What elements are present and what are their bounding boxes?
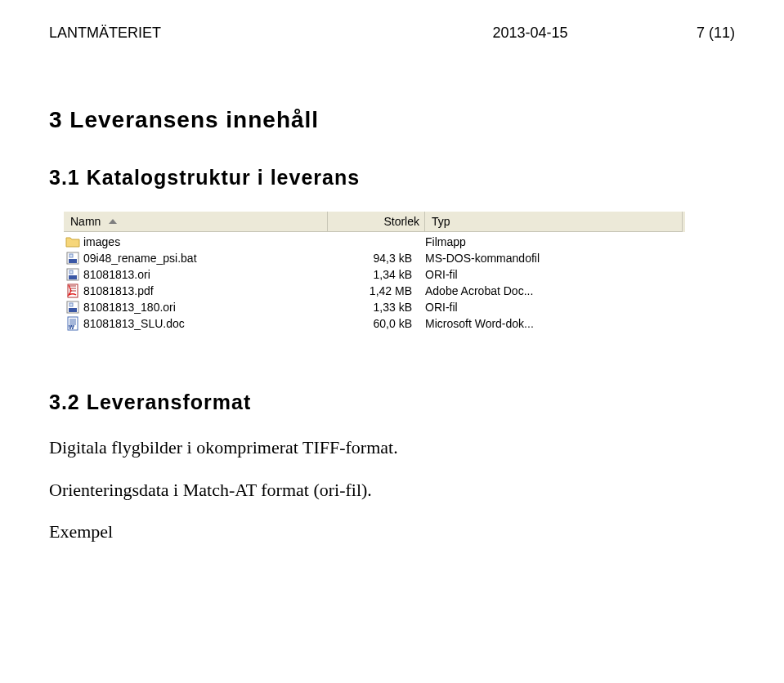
svg-rect-4 (69, 275, 77, 279)
paragraph: Exempel (49, 520, 735, 544)
file-size: 1,33 kB (327, 301, 419, 314)
file-name: 81081813.pdf (83, 284, 154, 297)
header-date: 2013-04-15 (492, 25, 567, 42)
file-row[interactable]: 09i48_rename_psi.bat 94,3 kB MS-DOS-komm… (64, 250, 685, 266)
file-name: 81081813.ori (83, 268, 150, 281)
folder-icon (65, 234, 80, 249)
section-3-2-heading: 3.2 Leveransformat (49, 391, 735, 414)
file-type: Microsoft Word-dok... (419, 317, 670, 330)
svg-rect-5 (69, 270, 73, 274)
paragraph: Digitala flygbilder i okomprimerat TIFF-… (49, 435, 735, 460)
document-page: LANTMÄTERIET 2013-04-15 7 (11) 3 Leveran… (0, 0, 784, 587)
section-3-heading: 3 Leveransens innehåll (49, 107, 735, 133)
ori-file-icon (65, 267, 80, 282)
file-listing-body: images Filmapp 09i48_rename_psi.bat 94,3… (64, 232, 685, 333)
file-name: 81081813_SLU.doc (83, 317, 185, 330)
file-row[interactable]: 81081813_180.ori 1,33 kB ORI-fil (64, 299, 685, 315)
file-listing-header: Namn Storlek Typ (64, 211, 685, 232)
file-size: 1,42 MB (327, 284, 419, 297)
file-size: 1,34 kB (327, 268, 419, 281)
file-size: 94,3 kB (327, 252, 419, 265)
svg-rect-2 (69, 254, 73, 257)
bat-file-icon (65, 251, 80, 266)
page-header: LANTMÄTERIET 2013-04-15 7 (11) (49, 25, 735, 42)
file-name: 81081813_180.ori (83, 301, 176, 314)
sort-ascending-icon (109, 219, 117, 224)
header-organization: LANTMÄTERIET (49, 25, 161, 42)
file-row[interactable]: 81081813.pdf 1,42 MB Adobe Acrobat Doc..… (64, 283, 685, 299)
svg-rect-8 (69, 308, 77, 312)
file-type: Filmapp (419, 235, 670, 248)
file-listing: Namn Storlek Typ images Filmapp (64, 211, 685, 333)
file-row[interactable]: images Filmapp (64, 234, 685, 250)
svg-text:W: W (69, 324, 74, 330)
file-row[interactable]: W 81081813_SLU.doc 60,0 kB Microsoft Wor… (64, 315, 685, 332)
file-type: ORI-fil (419, 268, 670, 281)
column-header-type-label: Typ (432, 215, 450, 228)
file-name: 09i48_rename_psi.bat (83, 252, 197, 265)
column-header-name[interactable]: Namn (64, 212, 328, 232)
svg-rect-9 (69, 303, 73, 306)
svg-rect-1 (69, 259, 77, 263)
pdf-file-icon (65, 283, 80, 298)
column-header-size-label: Storlek (383, 215, 419, 228)
section-3-1-heading: 3.1 Katalogstruktur i leverans (49, 166, 735, 190)
file-type: ORI-fil (419, 301, 670, 314)
column-header-size[interactable]: Storlek (328, 212, 425, 232)
ori-file-icon (65, 300, 80, 315)
file-type: MS-DOS-kommandofil (419, 252, 670, 265)
file-row[interactable]: 81081813.ori 1,34 kB ORI-fil (64, 266, 685, 283)
paragraph: Orienteringsdata i Match-AT format (ori-… (49, 478, 735, 502)
file-size: 60,0 kB (327, 317, 419, 330)
doc-file-icon: W (65, 316, 80, 331)
file-type: Adobe Acrobat Doc... (419, 284, 670, 297)
file-name: images (83, 235, 120, 248)
header-page-number: 7 (11) (697, 25, 735, 42)
column-header-name-label: Namn (70, 215, 101, 228)
column-header-type[interactable]: Typ (425, 212, 683, 232)
